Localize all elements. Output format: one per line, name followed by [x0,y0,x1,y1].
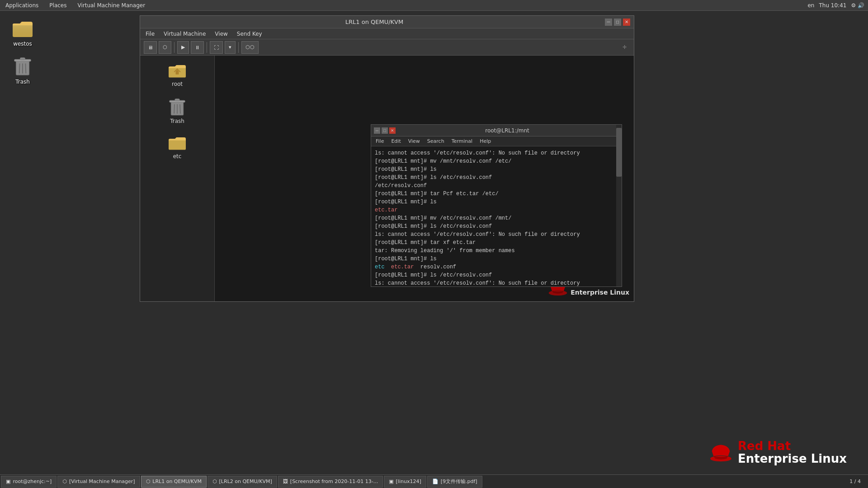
redhat-text-block: Red Hat Enterprise Linux [738,440,847,465]
trash-sidebar-label: Trash [170,118,184,124]
terminal-close[interactable]: ✕ [389,127,396,134]
taskbar-linux124-label: [linux124] [396,479,421,484]
virtual-machine-menu[interactable]: Virtual Machine [160,30,209,38]
taskbar-terminal-label: root@zhenjc:~] [13,479,52,484]
qemu-menubar: File Virtual Machine View Send Key [140,28,634,39]
svg-line-14 [180,104,180,114]
scroll-thumb[interactable] [616,128,622,176]
taskbar-vmm-label: [Virtual Machine Manager] [69,479,135,484]
redhat-el: Enterprise Linux [571,289,629,296]
terminal-maximize[interactable]: □ [382,127,388,134]
svg-line-5 [19,64,20,74]
fullscreen-button[interactable]: ⛶ [210,41,223,54]
term2-icon: ▣ [389,479,393,484]
play-button[interactable]: ▶ [177,41,189,54]
qemu-body: root Trash etc [140,56,634,301]
terminal-window: ─ □ ✕ root@LRL1:/mnt File Edit View Sear… [371,124,622,287]
etc-label: etc [173,153,182,160]
westos-label: westos [13,41,32,47]
toolbar-separator2 [207,42,207,53]
terminal-line: [root@LRL1 mnt]# ls /etc/resolv.conf [375,174,618,182]
close-button[interactable]: ✕ [623,19,630,26]
redhat-hat-icon [708,442,733,463]
folder-icon [12,17,33,39]
terminal-line: etc.tar [375,206,618,214]
taskbar-lrl1[interactable]: ⬡ LRL1 on QEMU/KVM [141,476,207,488]
terminal-line: [root@LRL1 mnt]# ls [375,255,618,263]
display-button[interactable]: 🖥 [144,41,157,54]
trash-label: Trash [15,79,30,85]
fullscreen-dropdown[interactable]: ▾ [225,41,236,54]
terminal-line: [root@LRL1 mnt]# mv /etc/resolv.conf /mn… [375,214,618,222]
taskbar-screenshot[interactable]: 🖼 [Screenshot from 2020-11-01 13-... [278,476,383,488]
terminal-body[interactable]: ls: cannot access '/etc/resolv.conf': No… [371,146,622,286]
minimize-button[interactable]: ─ [605,19,612,26]
maximize-button[interactable]: □ [614,19,621,26]
toolbar-separator3 [238,42,239,53]
term-edit[interactable]: Edit [388,138,403,145]
terminal-line: [root@LRL1 mnt]# ls [375,198,618,206]
terminal-controls: ─ □ ✕ [374,127,396,134]
terminal-line: [root@LRL1 mnt]# tar Pcf etc.tar /etc/ [375,190,618,198]
taskbar-pdf-label: [9文件传输.pdf] [441,478,477,485]
svg-line-12 [174,104,175,114]
applications-menu[interactable]: Applications [4,1,40,9]
root-label: root [172,81,183,87]
term-file[interactable]: File [373,138,387,145]
terminal-line: [root@LRL1 mnt]# ls /etc/resolv.conf [375,271,618,279]
terminal-scrollbar[interactable] [616,125,622,286]
taskbar-terminal[interactable]: ▣ root@zhenjc:~] [1,476,57,488]
language-indicator: en [807,2,814,9]
svg-line-7 [25,64,26,74]
taskbar-right: 1 / 4 [847,479,867,484]
term-view[interactable]: View [406,138,423,145]
virtual-machine-manager-menu[interactable]: Virtual Machine Manager [75,1,147,9]
usb-icon: ⬡ [163,44,167,50]
terminal-title: root@LRL1:/mnt [396,127,619,134]
taskbar-page: 1 / 4 [847,479,863,484]
send-key-menu[interactable]: Send Key [233,30,266,38]
file-menu[interactable]: File [142,30,158,38]
qemu-toolbar: 🖥 ⬡ ▶ ⏸ ⛶ ▾ ⬡⬡ ✛ [140,39,634,56]
display-icon: 🖥 [148,45,153,50]
term-search[interactable]: Search [425,138,447,145]
taskbar-linux124[interactable]: ▣ [linux124] [384,476,426,488]
terminal-line: ls: cannot access '/etc/resolv.conf': No… [375,230,618,239]
qemu-main: Red Hat Enterprise Linux ─ □ ✕ root@LRL1… [215,56,634,301]
term-terminal[interactable]: Terminal [449,138,476,145]
terminal-line: [root@LRL1 mnt]# tar xf etc.tar [375,239,618,247]
sidebar-icon-root[interactable]: root [145,60,210,89]
terminal-line: ls: cannot access '/etc/resolv.conf': No… [375,149,618,157]
sidebar-icon-etc[interactable]: etc [145,132,210,161]
desktop-icon-westos[interactable]: westos [5,15,41,49]
move-button[interactable]: ✛ [619,41,630,54]
taskbar: ▣ root@zhenjc:~] ⬡ [Virtual Machine Mana… [0,474,868,488]
terminal-line: [root@LRL1 mnt]# ls /etc/resolv.conf [375,222,618,230]
terminal-titlebar: ─ □ ✕ root@LRL1:/mnt [371,125,622,136]
desktop-redhat-logo: Red Hat Enterprise Linux [692,440,863,465]
places-menu[interactable]: Places [47,1,68,9]
image-icon: 🖼 [283,479,288,484]
desktop-icon-trash[interactable]: Trash [5,53,41,87]
qemu-title: LRL1 on QEMU/KVM [144,19,605,25]
term-help[interactable]: Help [477,138,494,145]
toolbar-separator [174,42,175,53]
taskbar-pdf[interactable]: 📄 [9文件传输.pdf] [427,476,482,488]
usb-button[interactable]: ⬡ [159,41,171,54]
view-menu[interactable]: View [211,30,231,38]
sidebar-icon-trash[interactable]: Trash [145,95,210,126]
taskbar-vmm[interactable]: ⬡ [Virtual Machine Manager] [57,476,140,488]
terminal-icon: ▣ [6,479,10,484]
terminal-line: [root@LRL1 mnt]# mv /mnt/resolv.conf /et… [375,157,618,165]
taskbar-lrl2[interactable]: ⬡ [LRL2 on QEMU/KVM] [208,476,277,488]
taskbar-screenshot-label: [Screenshot from 2020-11-01 13-... [290,479,378,484]
qemu-window-controls: ─ □ ✕ [605,19,630,26]
usb2-button[interactable]: ⬡⬡ [241,41,259,54]
pdf-icon: 📄 [432,479,439,484]
taskbar-lrl2-label: [LRL2 on QEMU/KVM] [219,479,272,484]
terminal-line: [root@LRL1 mnt]# ls [375,165,618,174]
terminal-minimize[interactable]: ─ [374,127,380,134]
pause-button[interactable]: ⏸ [191,41,204,54]
trash-icon [12,55,33,77]
desktop: westos Trash [0,11,140,352]
